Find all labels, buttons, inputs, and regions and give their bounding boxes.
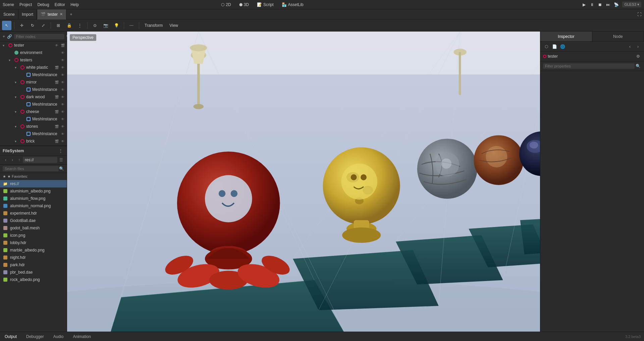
mode-3d[interactable]: ⬢ 3D xyxy=(237,2,251,8)
visibility-icon[interactable]: 👁 xyxy=(60,94,65,100)
tree-item-mirror[interactable]: ▾ mirror 🎬 👁 xyxy=(0,78,67,86)
tab-inspector[interactable]: Inspector xyxy=(540,32,592,41)
remote-button[interactable]: 📡 xyxy=(613,1,620,8)
movie-icon[interactable]: 🎬 xyxy=(54,138,59,144)
visibility-icon[interactable]: 👁 xyxy=(60,124,65,129)
fullscreen-button[interactable]: ⛶ xyxy=(635,10,644,19)
transform-label[interactable]: Transform xyxy=(142,23,165,28)
move-tool[interactable]: ✛ xyxy=(17,21,26,30)
movie-icon[interactable]: 🎬 xyxy=(54,124,59,129)
nav-up-button[interactable]: ↑ xyxy=(16,157,22,163)
tree-item-mesh-2[interactable]: MeshInstance 👁 xyxy=(0,86,67,93)
visibility-icon[interactable]: 👁 xyxy=(60,87,65,92)
tree-item-environment[interactable]: environment 👁 xyxy=(0,49,67,56)
fs-item-aluminium-flow[interactable]: aluminium_flow.png xyxy=(0,195,67,202)
extra-tool[interactable]: ⋯ xyxy=(127,21,136,30)
tree-item-brick[interactable]: ▾ brick 🎬 👁 xyxy=(0,137,67,145)
inspector-env-icon[interactable]: 🌐 xyxy=(559,43,566,50)
scene-panel-btn[interactable]: Scene xyxy=(0,9,18,19)
scene-icon[interactable]: 🎬 xyxy=(60,43,65,48)
fs-item-icon-png[interactable]: icon.png xyxy=(0,232,67,239)
tree-item-mesh-1[interactable]: MeshInstance 👁 xyxy=(0,71,67,78)
camera-tool[interactable]: 📷 xyxy=(101,21,110,30)
lock-tool[interactable]: 🔒 xyxy=(64,21,74,30)
group-tool[interactable]: ⋮ xyxy=(75,21,85,30)
mode-script[interactable]: 📝 Script xyxy=(255,2,276,8)
fs-item-lobby-hdr[interactable]: lobby.hdr xyxy=(0,239,67,246)
tab-close[interactable]: ✕ xyxy=(60,12,63,16)
fs-item-aluminium-albedo[interactable]: aluminium_albedo.png xyxy=(0,187,67,195)
tree-item-white-plastic[interactable]: ▾ white plastic 🎬 👁 xyxy=(0,64,67,71)
fs-item-pbr-bed-dae[interactable]: pbr_bed.dae xyxy=(0,269,67,276)
tab-debugger[interactable]: Debugger xyxy=(25,334,45,339)
visibility-icon[interactable]: 👁 xyxy=(60,116,65,122)
fs-item-godotball-dae[interactable]: GodotBall.dae xyxy=(0,217,67,224)
menu-project[interactable]: Project xyxy=(19,2,32,7)
nav-back-button[interactable]: ‹ xyxy=(3,157,9,163)
inspector-node-icon[interactable]: ⬡ xyxy=(543,43,550,50)
layout-toggle-button[interactable]: ☰ xyxy=(58,157,64,163)
movie-icon[interactable]: 🎬 xyxy=(54,94,59,100)
tree-item-mesh-4[interactable]: MeshInstance 👁 xyxy=(0,115,67,123)
file-tab-tester[interactable]: 🎬 tester ✕ xyxy=(37,9,66,19)
tab-animation[interactable]: Animation xyxy=(71,334,92,339)
tree-item-dark-wood[interactable]: ▾ dark wood 🎬 👁 xyxy=(0,93,67,101)
grid-tool[interactable]: ⊞ xyxy=(54,21,63,30)
fs-menu-icon[interactable]: ⋮ xyxy=(57,148,64,154)
nav-forward-button[interactable]: › xyxy=(9,157,15,163)
inspector-back-button[interactable]: ‹ xyxy=(627,43,633,50)
tree-item-mesh-3[interactable]: MeshInstance 👁 xyxy=(0,101,67,108)
tree-item-tester[interactable]: ▾ tester 👁 🎬 xyxy=(0,42,67,49)
filter-search-icon[interactable]: 🔍 xyxy=(635,63,641,69)
visibility-icon[interactable]: 👁 xyxy=(60,50,65,55)
fs-item-park-hdr[interactable]: park.hdr xyxy=(0,261,67,269)
tab-output[interactable]: Output xyxy=(3,334,18,339)
fs-item-marble-albedo[interactable]: marble_albedo.png xyxy=(0,246,67,254)
tab-audio[interactable]: Audio xyxy=(52,334,65,339)
fs-item-godot-ball-mesh[interactable]: godot_ball.mesh xyxy=(0,224,67,232)
mode-2d[interactable]: ⬡ 2D xyxy=(219,2,233,8)
fs-item-res[interactable]: 📁 res:// xyxy=(0,180,67,187)
tree-item-stones[interactable]: ▾ stones 🎬 👁 xyxy=(0,123,67,130)
visibility-icon[interactable]: 👁 xyxy=(60,109,65,114)
visibility-icon[interactable]: 👁 xyxy=(60,102,65,107)
search-files-input[interactable] xyxy=(3,166,59,171)
menu-debug[interactable]: Debug xyxy=(37,2,49,7)
visibility-icon[interactable]: 👁 xyxy=(60,138,65,144)
tab-node[interactable]: Node xyxy=(592,32,644,41)
inspector-forward-button[interactable]: › xyxy=(635,43,641,50)
link-node-button[interactable]: 🔗 xyxy=(7,33,12,40)
fs-item-rock-albedo[interactable]: rock_albedo.png xyxy=(0,276,67,283)
mode-assetlib[interactable]: 🏪 AssetLib xyxy=(280,2,306,8)
filter-properties-input[interactable] xyxy=(543,63,635,69)
visibility-icon[interactable]: 👁 xyxy=(60,72,65,77)
add-node-button[interactable]: + xyxy=(3,33,5,40)
step-button[interactable]: ⏭ xyxy=(605,1,611,8)
fs-item-experiment-hdr[interactable]: experiment.hdr xyxy=(0,210,67,217)
select-tool[interactable]: ↖ xyxy=(2,21,11,30)
rotate-tool[interactable]: ↻ xyxy=(28,21,37,30)
visibility-icon[interactable]: 👁 xyxy=(60,65,65,70)
add-tab-button[interactable]: + xyxy=(66,10,76,19)
movie-icon[interactable]: 🎬 xyxy=(54,65,59,70)
tree-item-cheese[interactable]: ▾ cheese 🎬 👁 xyxy=(0,108,67,115)
scale-tool[interactable]: ⤢ xyxy=(39,21,48,30)
stop-button[interactable]: ⏹ xyxy=(597,1,603,8)
menu-help[interactable]: Help xyxy=(70,2,79,7)
movie-icon[interactable]: 🎬 xyxy=(54,79,59,85)
visibility-icon[interactable]: 👁 xyxy=(60,57,65,63)
import-panel-btn[interactable]: Import xyxy=(18,9,37,19)
filter-nodes-input[interactable] xyxy=(14,34,64,39)
menu-editor[interactable]: Editor xyxy=(55,2,65,7)
viewport[interactable]: Perspective xyxy=(67,32,540,332)
pause-button[interactable]: ⏸ xyxy=(589,1,595,8)
tree-item-testers[interactable]: ▾ testers 👁 xyxy=(0,56,67,64)
visibility-icon[interactable]: 👁 xyxy=(60,79,65,85)
play-button[interactable]: ▶ xyxy=(581,1,587,8)
movie-icon[interactable]: 🎬 xyxy=(54,109,59,114)
tree-item-mesh-5[interactable]: MeshInstance 👁 xyxy=(0,130,67,137)
fs-item-aluminium-normal[interactable]: aluminium_normal.png xyxy=(0,202,67,210)
view-label[interactable]: View xyxy=(167,23,181,28)
menu-scene[interactable]: Scene xyxy=(3,2,14,7)
visibility-icon[interactable]: 👁 xyxy=(60,131,65,136)
